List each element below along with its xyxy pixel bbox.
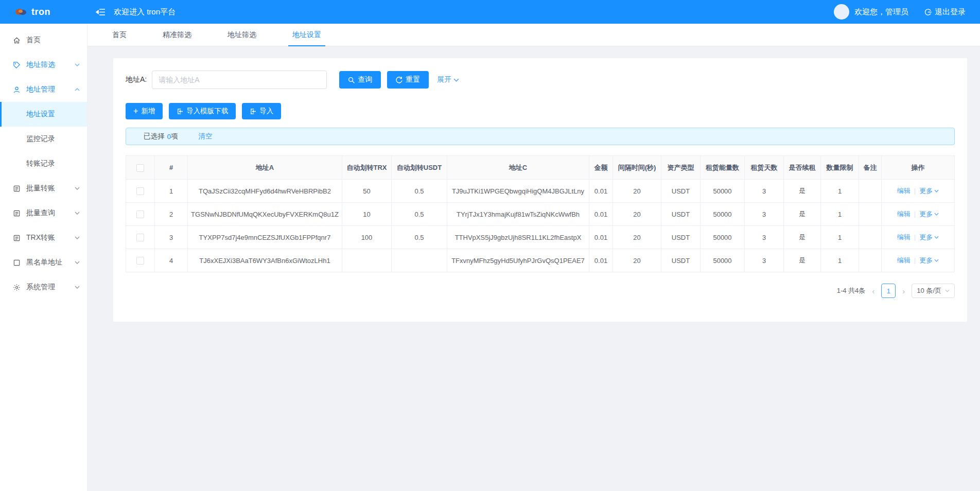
user-greeting: 欢迎您，管理员	[854, 7, 908, 17]
row-checkbox[interactable]	[136, 211, 144, 218]
selection-prefix: 已选择	[144, 132, 165, 141]
selection-alert: 已选择 0 项 清空	[126, 128, 955, 145]
col-index: #	[155, 156, 188, 180]
prev-page-button[interactable]: ‹	[870, 287, 876, 295]
edit-link[interactable]: 编辑	[897, 256, 911, 264]
address-c-cell: TTHVpXS5jJ9gbzUjh8SR1L1KL2fhEastpX	[447, 226, 589, 249]
search-button[interactable]: 查询	[339, 71, 381, 89]
pagination-total: 1-4 共4条	[837, 286, 866, 295]
sidebar-item-home[interactable]: 首页	[0, 28, 87, 52]
sidebar-subitem-transfer-records[interactable]: 转账记录	[0, 151, 87, 176]
row-checkbox[interactable]	[136, 234, 144, 241]
sidebar-item-batch-query[interactable]: 批量查询	[0, 201, 87, 225]
sidebar: 首页 地址筛选 地址管理 地址设置 监控记录 转账记录	[0, 24, 87, 491]
list-icon	[12, 234, 21, 242]
sidebar-subitem-address-settings[interactable]: 地址设置	[0, 102, 87, 127]
edit-link[interactable]: 编辑	[897, 210, 911, 218]
more-dropdown[interactable]: 更多	[919, 256, 939, 265]
sidebar-item-label: 地址设置	[26, 110, 55, 119]
tab-precise-filter[interactable]: 精准筛选	[159, 24, 196, 46]
more-dropdown[interactable]: 更多	[919, 186, 939, 196]
chevron-down-icon	[75, 236, 80, 239]
page-number-button[interactable]: 1	[881, 284, 896, 298]
address-c-cell: TYrjTJx1Y3hmajKujf81wTsZiqNKcWwfBh	[447, 203, 589, 226]
tag-icon	[12, 61, 21, 69]
chevron-down-icon	[934, 236, 939, 239]
clear-selection-link[interactable]: 清空	[199, 132, 213, 141]
next-page-button[interactable]: ›	[901, 287, 906, 295]
chevron-down-icon	[934, 189, 939, 192]
logout-button[interactable]: 退出登录	[924, 7, 966, 17]
logo-text: tron	[31, 7, 50, 17]
address-settings-table: # 地址A 自动划转TRX 自动划转USDT 地址C 金额 间隔时间(秒) 资产…	[126, 155, 955, 272]
sidebar-subitem-monitor-records[interactable]: 监控记录	[0, 127, 87, 151]
expand-filters-link[interactable]: 展开	[437, 75, 459, 84]
import-button[interactable]: 导入	[242, 103, 281, 119]
address-a-cell: TJ6xXEJXi3BAaT6WY3AfBn6xGiWtozLHh1	[188, 249, 342, 272]
chevron-down-icon	[945, 289, 950, 292]
edit-link[interactable]: 编辑	[897, 187, 911, 195]
sidebar-collapse-icon[interactable]	[96, 8, 106, 16]
edit-link[interactable]: 编辑	[897, 233, 911, 241]
page-size-select[interactable]: 10 条/页	[912, 284, 955, 298]
more-dropdown[interactable]: 更多	[919, 209, 939, 219]
sidebar-item-trx-transfer[interactable]: TRX转账	[0, 225, 87, 250]
sidebar-item-batch-transfer[interactable]: 批量转账	[0, 176, 87, 201]
import-icon	[177, 108, 183, 115]
chevron-down-icon	[934, 259, 939, 262]
selection-count: 0	[167, 133, 171, 141]
more-dropdown[interactable]: 更多	[919, 233, 939, 242]
sidebar-item-label: 地址筛选	[26, 60, 55, 69]
sidebar-item-blacklist[interactable]: 黑名单地址	[0, 250, 87, 275]
col-amount: 金额	[589, 156, 613, 180]
sidebar-item-label: 批量转账	[26, 184, 55, 193]
row-checkbox[interactable]	[136, 257, 144, 265]
col-auto-usdt: 自动划转USDT	[392, 156, 447, 180]
address-settings-panel: 地址A: 查询 重置 展开	[113, 58, 967, 322]
col-address-c: 地址C	[447, 156, 589, 180]
tab-address-settings[interactable]: 地址设置	[288, 24, 325, 46]
logout-icon	[924, 8, 932, 16]
user-avatar[interactable]	[834, 4, 849, 20]
add-button[interactable]: + 新增	[126, 103, 163, 119]
pagination: 1-4 共4条 ‹ 1 › 10 条/页	[126, 284, 955, 298]
chevron-down-icon	[75, 212, 80, 215]
tab-address-filter[interactable]: 地址筛选	[223, 24, 260, 46]
app-logo: tron	[0, 7, 87, 17]
sidebar-item-label: 黑名单地址	[26, 258, 62, 267]
chevron-down-icon	[75, 261, 80, 264]
col-qty-limit: 数量限制	[821, 156, 859, 180]
search-icon	[348, 77, 355, 83]
tab-home[interactable]: 首页	[108, 24, 131, 46]
sidebar-item-label: TRX转账	[26, 233, 55, 242]
reset-button[interactable]: 重置	[387, 71, 429, 89]
sidebar-item-label: 系统管理	[26, 283, 55, 292]
table-row: 1 TQaJSzCii32cqMHFyd6d4hwRVeHBRPibB2 50 …	[126, 180, 955, 203]
chevron-up-icon	[75, 88, 80, 91]
col-asset-type: 资产类型	[661, 156, 701, 180]
sidebar-item-label: 转账记录	[26, 159, 55, 168]
address-a-cell: TGSNwNJBDNfUMqQKXecUbyFVXERKmQ8u1Z	[188, 203, 342, 226]
col-renew: 是否续租	[784, 156, 821, 180]
sidebar-item-address-filter[interactable]: 地址筛选	[0, 52, 87, 77]
address-a-input[interactable]	[152, 71, 327, 89]
sidebar-item-system-management[interactable]: 系统管理	[0, 275, 87, 300]
chevron-down-icon	[934, 213, 939, 216]
sidebar-item-address-management[interactable]: 地址管理	[0, 77, 87, 102]
col-actions: 操作	[882, 156, 955, 180]
col-rent-energy: 租赁能量数	[701, 156, 745, 180]
table-row: 4 TJ6xXEJXi3BAaT6WY3AfBn6xGiWtozLHh1 TFx…	[126, 249, 955, 272]
list-icon	[12, 209, 21, 217]
col-interval: 间隔时间(秒)	[613, 156, 661, 180]
row-checkbox[interactable]	[136, 187, 144, 195]
user-icon	[12, 86, 21, 94]
logo-icon	[14, 7, 28, 16]
chevron-down-icon	[75, 63, 80, 66]
import-template-download-button[interactable]: 导入模版下载	[169, 103, 236, 119]
sidebar-item-label: 批量查询	[26, 208, 55, 218]
sidebar-item-label: 地址管理	[26, 85, 55, 94]
chevron-down-icon	[453, 78, 459, 82]
address-c-cell: TFxvnyMFhz5gyHd5UfyhPJrGvQsQ1PEAE7	[447, 249, 589, 272]
select-all-checkbox[interactable]	[136, 164, 144, 172]
table-header-row: # 地址A 自动划转TRX 自动划转USDT 地址C 金额 间隔时间(秒) 资产…	[126, 156, 955, 180]
